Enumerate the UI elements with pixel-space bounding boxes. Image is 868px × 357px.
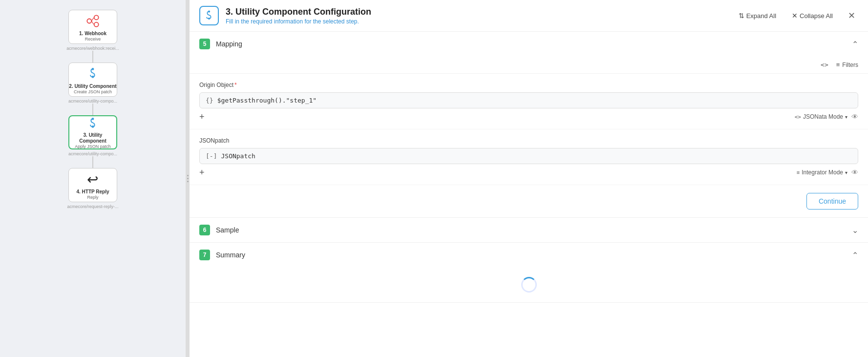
node-4-label: 4. HTTP Reply <box>76 189 109 195</box>
svg-point-6 <box>92 126 94 128</box>
loading-spinner <box>521 277 537 293</box>
collapse-all-label: Collapse All <box>800 12 833 20</box>
field-origin-icon: {} <box>206 97 213 104</box>
node-1-label: 1. Webhook <box>79 31 106 37</box>
node-2[interactable]: 2. Utility Component Create JSON patch <box>68 63 117 97</box>
section-mapping-title: Mapping <box>216 40 242 48</box>
field-origin-add-row: + <> JSONata Mode ▾ 👁 <box>199 108 858 121</box>
node-2-label: 2. Utility Component <box>69 84 116 89</box>
origin-add-button[interactable]: + <box>199 112 205 121</box>
section-sample-header[interactable]: 6 Sample ⌄ <box>190 218 868 242</box>
field-jsonpatch-icon: [-] <box>206 152 217 160</box>
node-wrapper-1: 1. Webhook Receive acmecore/webhook:rece… <box>66 10 119 63</box>
webhook-icon <box>84 12 102 30</box>
svg-point-2 <box>94 22 99 27</box>
section-sample-badge: 6 <box>199 225 210 235</box>
config-header: 3. Utility Component Configuration Fill … <box>190 0 868 32</box>
expand-all-icon: ⇅ <box>739 12 744 20</box>
field-jsonpatch-input-row[interactable]: [-] JSONpatch <box>199 148 858 164</box>
jsonpatch-add-button[interactable]: + <box>199 168 205 177</box>
section-summary-badge: 7 <box>199 250 210 260</box>
section-summary-header[interactable]: 7 Summary ⌃ <box>190 243 868 267</box>
resize-handle[interactable] <box>186 0 190 357</box>
section-mapping: 5 Mapping ⌃ <> ≡ Filters Origin Object* <box>190 32 868 218</box>
config-header-actions: ⇅ Expand All ✕ Collapse All ✕ <box>735 9 858 22</box>
section-mapping-header[interactable]: 5 Mapping ⌃ <box>190 32 868 56</box>
node-3-path: acmecore/utility-compo... <box>68 151 117 156</box>
code-view-button[interactable]: <> <box>821 61 828 68</box>
svg-point-0 <box>87 19 91 23</box>
node-3[interactable]: 3. Utility Component Apply JSON patch <box>68 115 117 149</box>
node-4-path: acmecore/request-reply-... <box>67 204 118 209</box>
continue-button[interactable]: Continue <box>806 193 858 210</box>
field-origin-label: Origin Object* <box>199 82 858 88</box>
connector-3 <box>92 156 93 168</box>
node-wrapper-3: 3. Utility Component Apply JSON patch ac… <box>68 115 117 168</box>
field-jsonpatch-value: JSONpatch <box>221 152 852 160</box>
field-origin-object: Origin Object* {} $getPassthrough()."ste… <box>190 74 868 129</box>
config-body: 5 Mapping ⌃ <> ≡ Filters Origin Object* <box>190 32 868 357</box>
origin-mode-row: <> JSONata Mode ▾ 👁 <box>795 113 858 121</box>
node-1-path: acmecore/webhook:recei... <box>66 46 119 51</box>
field-jsonpatch-label: JSONpatch <box>199 137 858 144</box>
config-panel: 3. Utility Component Configuration Fill … <box>190 0 868 357</box>
origin-eye-button[interactable]: 👁 <box>851 113 858 121</box>
node-wrapper-2: 2. Utility Component Create JSON patch a… <box>68 63 117 115</box>
svg-point-4 <box>92 76 94 78</box>
jsonata-mode-icon: <> <box>795 114 801 120</box>
expand-all-button[interactable]: ⇅ Expand All <box>735 10 780 21</box>
node-4[interactable]: ↩ 4. HTTP Reply Reply <box>68 168 117 202</box>
config-subtitle: Fill in the required information for the… <box>226 18 371 25</box>
connector-2 <box>92 104 93 115</box>
svg-point-7 <box>208 11 210 13</box>
jsonata-chevron-icon: ▾ <box>845 114 847 120</box>
field-origin-value: $getPassthrough()."step_1" <box>217 97 852 104</box>
field-jsonpatch: JSONpatch [-] JSONpatch + ≡ Integrator M… <box>190 129 868 185</box>
integrator-mode-button[interactable]: ≡ Integrator Mode ▾ <box>797 169 847 176</box>
jsonpatch-eye-button[interactable]: 👁 <box>851 168 858 176</box>
workflow-panel: 1. Webhook Receive acmecore/webhook:rece… <box>0 0 186 357</box>
filters-icon: ≡ <box>836 61 840 68</box>
resize-dots <box>187 175 189 182</box>
section-sample-chevron: ⌄ <box>852 226 858 235</box>
section-summary-title: Summary <box>216 251 245 259</box>
mapping-toolbar: <> ≡ Filters <box>190 56 868 74</box>
collapse-all-icon: ✕ <box>792 12 798 20</box>
node-wrapper-4: ↩ 4. HTTP Reply Reply acmecore/request-r… <box>67 168 118 209</box>
field-origin-input-row[interactable]: {} $getPassthrough()."step_1" <box>199 92 858 108</box>
section-summary-chevron: ⌃ <box>852 251 858 260</box>
jsonata-mode-button[interactable]: <> JSONata Mode ▾ <box>795 113 847 120</box>
expand-all-label: Expand All <box>746 12 776 20</box>
node-1-sublabel: Receive <box>85 37 101 42</box>
section-sample: 6 Sample ⌄ <box>190 218 868 243</box>
config-header-icon <box>199 6 219 25</box>
section-mapping-badge: 5 <box>199 39 210 49</box>
utility-icon-3 <box>84 116 102 131</box>
svg-point-3 <box>92 68 94 70</box>
node-4-sublabel: Reply <box>87 195 98 200</box>
filters-label: Filters <box>842 62 858 68</box>
svg-point-5 <box>92 118 94 120</box>
jsonata-mode-label: JSONata Mode <box>803 113 843 120</box>
node-3-sublabel: Apply JSON patch <box>75 144 111 149</box>
collapse-all-button[interactable]: ✕ Collapse All <box>788 10 837 21</box>
node-2-sublabel: Create JSON patch <box>74 89 112 94</box>
section-mapping-chevron: ⌃ <box>852 40 858 49</box>
node-1[interactable]: 1. Webhook Receive <box>68 10 117 44</box>
field-jsonpatch-add-row: + ≡ Integrator Mode ▾ 👁 <box>199 164 858 177</box>
integrator-mode-icon: ≡ <box>797 169 800 175</box>
section-summary: 7 Summary ⌃ <box>190 243 868 303</box>
config-header-text: 3. Utility Component Configuration Fill … <box>226 7 371 25</box>
integrator-chevron-icon: ▾ <box>845 170 847 175</box>
jsonpatch-mode-row: ≡ Integrator Mode ▾ 👁 <box>797 168 858 176</box>
connector-1 <box>92 51 93 63</box>
node-3-label: 3. Utility Component <box>69 132 116 144</box>
close-button[interactable]: ✕ <box>845 9 858 22</box>
node-2-path: acmecore/utility-compo... <box>68 99 117 104</box>
section-sample-title: Sample <box>216 226 239 234</box>
workflow-nodes: 1. Webhook Receive acmecore/webhook:rece… <box>5 10 181 209</box>
integrator-mode-label: Integrator Mode <box>802 169 843 176</box>
svg-point-8 <box>208 18 210 20</box>
filters-button[interactable]: ≡ Filters <box>836 61 858 68</box>
code-icon: <> <box>821 61 828 68</box>
